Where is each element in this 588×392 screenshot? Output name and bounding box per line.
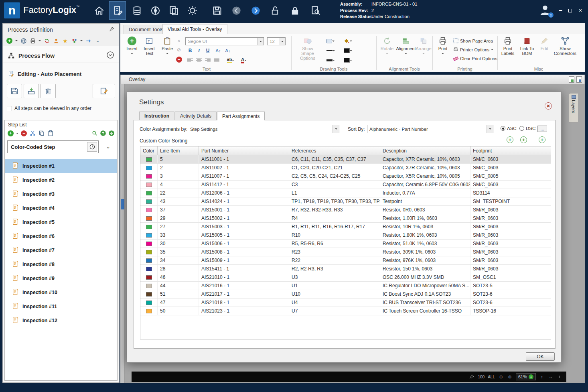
step-list-item[interactable]: Inspection #7: [5, 243, 117, 257]
highlight-color-icon[interactable]: ab: [225, 57, 236, 64]
column-header-color[interactable]: Color: [140, 146, 158, 155]
step-list-item[interactable]: Inspection #12: [5, 313, 117, 327]
paste-icon[interactable]: [47, 130, 54, 137]
font-size-dropdown-icon[interactable]: [279, 38, 285, 45]
color-swatch[interactable]: [146, 208, 152, 212]
color-swatch[interactable]: [146, 301, 152, 305]
color-swatch[interactable]: [146, 174, 152, 179]
add-caret-icon[interactable]: [15, 40, 18, 43]
edit-button[interactable]: Edit: [538, 37, 550, 51]
alignment-button[interactable]: Alignment: [397, 37, 415, 55]
color-cell[interactable]: [140, 214, 158, 222]
dsc-radio-icon[interactable]: [519, 126, 524, 131]
overlay-doc2-icon[interactable]: [576, 76, 582, 83]
tab-activity-details[interactable]: Activity Details: [175, 112, 217, 120]
tab-instruction[interactable]: Instruction: [139, 112, 174, 120]
lock-button[interactable]: [286, 1, 303, 20]
unlock-button[interactable]: [266, 1, 283, 20]
color-swatch[interactable]: [146, 191, 152, 195]
layers-tab[interactable]: Layers: [569, 93, 578, 123]
part-row[interactable]: 29 AIS15002 - 1 R4 Resistor, 1.00R 1%, 0…: [140, 214, 551, 223]
arrange-button[interactable]: Arrange: [416, 37, 431, 55]
cut-icon[interactable]: [29, 130, 36, 137]
color-swatch[interactable]: [146, 166, 152, 170]
color-cell[interactable]: [140, 231, 158, 239]
timer-button[interactable]: [87, 142, 97, 152]
zoom-level-select[interactable]: 61%: [516, 373, 536, 380]
column-header-part-number[interactable]: Part Number: [199, 146, 289, 155]
step-type-chevron-icon[interactable]: ⌄: [106, 144, 110, 150]
part-row[interactable]: 50 AIS21023 - 1 U7 IC Touch Screen Contr…: [140, 307, 551, 315]
color-cell[interactable]: [140, 256, 158, 264]
forward-button[interactable]: [247, 1, 264, 20]
part-row[interactable]: 28 AIS15411 - 1 R2, R2-R3, R3 Resistor, …: [140, 265, 551, 273]
color-cell[interactable]: [140, 155, 158, 163]
font-family-select[interactable]: Segoe UI: [185, 37, 264, 45]
sort-by-dropdown-icon[interactable]: [487, 125, 493, 133]
asc-radio-icon[interactable]: [501, 126, 505, 131]
pan-horizontal-icon[interactable]: ↔: [548, 374, 554, 380]
align-justify-icon[interactable]: [213, 57, 221, 64]
color-swatch[interactable]: [146, 258, 152, 263]
dialog-close-button[interactable]: ✕: [545, 102, 552, 110]
jump-arrow-icon[interactable]: [85, 37, 92, 44]
move-step-down-icon[interactable]: [108, 130, 115, 137]
paste-button[interactable]: Paste: [160, 37, 174, 55]
part-row[interactable]: 30 AIS15006 - 1 R5, R5-R6, R6 Resistor, …: [140, 240, 551, 248]
part-row[interactable]: 47 AIS21018 - 1 U4 IC BUS Transceiver TR…: [140, 299, 551, 307]
line-style-icon[interactable]: [325, 47, 336, 54]
tab-part-assignments[interactable]: Part Assignments: [217, 112, 265, 120]
scrollbar-thumb[interactable]: [121, 199, 124, 209]
color-cell[interactable]: [140, 197, 158, 205]
paint-bucket-icon[interactable]: [342, 37, 354, 45]
home-button[interactable]: [91, 1, 107, 20]
pin-icon[interactable]: [109, 26, 114, 33]
step-list-item[interactable]: Inspection #1: [5, 159, 117, 173]
settings-button[interactable]: [184, 1, 201, 20]
star-icon[interactable]: [62, 37, 69, 44]
print-caret-icon[interactable]: [39, 40, 41, 43]
step-list-item[interactable]: Inspection #4: [5, 201, 117, 215]
reports-button[interactable]: [165, 1, 182, 20]
color-cell[interactable]: [140, 248, 158, 256]
save-doc-button[interactable]: [7, 84, 22, 98]
color-cell[interactable]: [140, 206, 158, 214]
italic-icon[interactable]: [195, 47, 203, 54]
color-cell[interactable]: [140, 223, 158, 231]
step-list-item[interactable]: Inspection #6: [5, 229, 117, 243]
step-list-item[interactable]: Inspection #11: [5, 299, 117, 313]
part-row[interactable]: 44 AIS21016 - 1 U1 IC Regulator LDO Micr…: [140, 282, 551, 290]
part-row[interactable]: 51 AIS21017 - 1 U10 IC Boost Sync ADJ 0.…: [140, 290, 551, 299]
color-cell[interactable]: [140, 181, 158, 189]
font-family-dropdown-icon[interactable]: [257, 38, 264, 45]
color-swatch[interactable]: [146, 250, 152, 254]
move-step-up-icon[interactable]: [99, 130, 106, 137]
show-connectors-button[interactable]: Show Connectors: [553, 37, 578, 56]
zoom-all-icon[interactable]: ALL: [488, 374, 495, 380]
ok-button[interactable]: OK: [526, 352, 555, 361]
add-color-button[interactable]: [507, 136, 513, 143]
minimize-button[interactable]: [556, 6, 565, 14]
font-size-select[interactable]: 12: [267, 37, 286, 45]
column-header-footprint[interactable]: Footprint: [470, 146, 551, 155]
print-labels-button[interactable]: Print Labels: [500, 37, 516, 56]
part-row[interactable]: 5 AIS11001 - 1 C6, C11, C11, C35, C35, C…: [140, 155, 551, 164]
color-cell[interactable]: [140, 240, 158, 248]
printer-options-button[interactable]: Printer Options: [453, 47, 493, 52]
part-row[interactable]: 22 AIS12006 - 1 L1 Inductor, 0.77A SD311…: [140, 189, 551, 197]
user-button[interactable]: x: [538, 3, 553, 18]
step-list-item[interactable]: Inspection #10: [5, 285, 117, 299]
show-page-area-button[interactable]: Show Page Area: [453, 38, 493, 43]
view-order-checkbox[interactable]: [7, 106, 12, 111]
add-icon[interactable]: [6, 37, 13, 44]
line-weight-icon[interactable]: [325, 57, 336, 64]
step-list-item[interactable]: Inspection #3: [5, 187, 117, 201]
view-order-checkbox-row[interactable]: All steps can be viewed in any order: [7, 106, 91, 111]
part-row[interactable]: 2 AIS11002 - 1 C1, C20, C20-C21, C21 Cap…: [140, 164, 551, 172]
column-header-line-item[interactable]: Line Item: [158, 146, 199, 155]
save-button[interactable]: [209, 1, 225, 20]
part-row[interactable]: 43 AIS14024 - 1 TP1, TP19, TP19, TP30, T…: [140, 197, 551, 206]
insert-text-button[interactable]: T Insert Text: [140, 37, 158, 56]
add-color-group-button[interactable]: [520, 136, 527, 143]
color-assignments-dropdown-icon[interactable]: [333, 125, 339, 133]
